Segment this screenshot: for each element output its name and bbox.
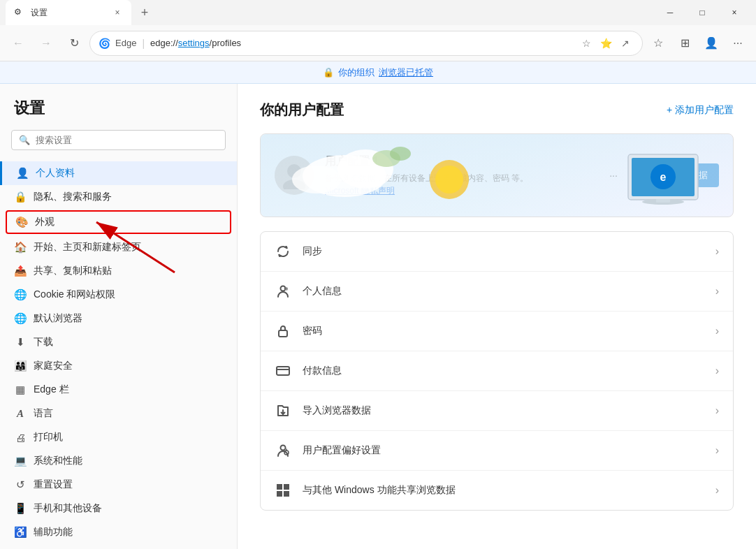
mobile-icon: 📱 (14, 502, 27, 515)
sidebar-item-start[interactable]: 🏠 开始、主页和新建标签页 (0, 235, 237, 259)
svg-point-14 (287, 164, 301, 178)
sidebar-label-profile: 个人资料 (36, 167, 75, 180)
sidebar-label-privacy: 隐私、搜索和服务 (34, 191, 112, 203)
sync-label: 同步 (303, 245, 704, 258)
close-button[interactable]: × (718, 0, 750, 25)
managed-browser-bar: 🔒 你的组织 浏览器已托管 (0, 61, 756, 84)
sidebar-item-reset[interactable]: ↺ 重置设置 (0, 473, 237, 497)
add-profile-button[interactable]: + 添加用户配置 (667, 104, 734, 117)
sidebar-label-family: 家庭安全 (34, 360, 73, 372)
password-chevron: › (715, 325, 719, 337)
default-browser-icon: 🌐 (14, 312, 27, 325)
back-button[interactable]: ← (6, 31, 31, 56)
sidebar-label-edgebar: Edge 栏 (34, 383, 69, 396)
favorite-icon[interactable]: ☆ (578, 35, 595, 52)
sidebar-item-system[interactable]: 💻 系统和性能 (0, 449, 237, 473)
new-tab-button[interactable]: + (134, 2, 155, 23)
maximize-button[interactable]: □ (686, 0, 718, 25)
import-chevron: › (715, 404, 719, 417)
sidebar-item-downloads[interactable]: ⬇ 下载 (0, 330, 237, 354)
collections-button[interactable]: ⊞ (672, 31, 697, 56)
payment-icon (275, 363, 291, 379)
sidebar-label-language: 语言 (34, 407, 53, 420)
address-bar[interactable]: 🌀 Edge | edge://settings/profiles ☆ ⭐ ↗ (89, 31, 643, 56)
sidebar-item-mobile[interactable]: 📱 手机和其他设备 (0, 497, 237, 520)
collection-icon[interactable]: ⭐ (597, 35, 614, 52)
settings-item-personal[interactable]: 个人信息 › (261, 272, 733, 312)
infobar-text: 你的组织 (338, 66, 375, 79)
windows-icon (275, 482, 291, 499)
start-icon: 🏠 (14, 241, 27, 254)
privacy-link[interactable]: Microsoft 隐私声明 (325, 186, 395, 196)
navbar: ← → ↻ 🌀 Edge | edge://settings/profiles … (0, 25, 756, 61)
sidebar-title: 设置 (0, 98, 237, 130)
sidebar-item-privacy[interactable]: 🔒 隐私、搜索和服务 (0, 185, 237, 209)
settings-item-sync[interactable]: 同步 › (261, 232, 733, 272)
search-box[interactable]: 🔍 (11, 130, 226, 150)
sidebar-item-printer[interactable]: 🖨 打印机 (0, 425, 237, 449)
address-url: edge://settings/profiles (150, 38, 241, 48)
refresh-button[interactable]: ↻ (61, 31, 87, 56)
settings-item-prefs[interactable]: 用户配置偏好设置 › (261, 431, 733, 471)
language-icon: A (14, 407, 27, 420)
sidebar-item-appearance[interactable]: 🎨 外观 (6, 210, 231, 234)
personal-info-label: 个人信息 (303, 285, 704, 298)
windows-chevron: › (715, 484, 719, 497)
edge-logo-icon: 🌀 (99, 38, 110, 49)
favorites-button[interactable]: ☆ (646, 31, 671, 56)
search-input[interactable] (36, 135, 218, 145)
sidebar-item-language[interactable]: A 语言 (0, 402, 237, 425)
sync-button[interactable]: 登录以同步数据 (633, 163, 719, 187)
address-separator: | (142, 38, 145, 49)
minimize-button[interactable]: ─ (654, 0, 686, 25)
account-button[interactable]: 👤 (699, 31, 724, 56)
sidebar-label-reset: 重置设置 (34, 478, 73, 491)
toolbar-right: ☆ ⊞ 👤 ··· (646, 31, 750, 56)
profile-card: e 用户配置 1 备份浏览数据，在所有设备上查看收藏内容、密码 (260, 133, 734, 217)
svg-point-12 (642, 199, 684, 205)
windows-label: 与其他 Windows 功能共享浏览数据 (303, 484, 704, 497)
address-bar-actions: ☆ ⭐ ↗ (578, 35, 634, 52)
profile-avatar (275, 156, 314, 195)
more-tools-button[interactable]: ··· (725, 31, 750, 56)
profile-more-button[interactable]: ··· (602, 164, 625, 186)
managed-link[interactable]: 浏览器已托管 (379, 66, 433, 79)
settings-item-password[interactable]: 密码 › (261, 312, 733, 351)
sidebar-label-system: 系统和性能 (34, 455, 82, 467)
sidebar-item-share[interactable]: 📤 共享、复制和粘贴 (0, 259, 237, 283)
sidebar-item-family[interactable]: 👨‍👩‍👧 家庭安全 (0, 354, 237, 378)
sidebar: 设置 🔍 👤 个人资料 🔒 隐私、搜索和服务 🎨 外观 🏠 开始、主页和新建标签… (0, 84, 238, 549)
svg-rect-24 (277, 484, 282, 490)
sidebar-item-about[interactable]: 🌀 关于 Microsoft Edge (0, 544, 237, 549)
import-label: 导入浏览器数据 (303, 404, 704, 417)
main-title: 你的用户配置 (260, 101, 344, 119)
svg-rect-25 (284, 484, 289, 490)
import-icon (275, 402, 291, 419)
sidebar-item-default-browser[interactable]: 🌐 默认浏览器 (0, 307, 237, 330)
tab-close-button[interactable]: × (112, 7, 123, 18)
sidebar-item-edge-bar[interactable]: ▦ Edge 栏 (0, 378, 237, 402)
svg-rect-17 (279, 330, 287, 337)
forward-button[interactable]: → (34, 31, 59, 56)
sidebar-label-default: 默认浏览器 (34, 312, 82, 325)
browser-window: ⚙ 设置 × + ─ □ × ← → ↻ 🌀 Edge | edge://set… (0, 0, 756, 549)
address-brand: Edge (115, 38, 136, 48)
personal-info-icon (275, 283, 291, 300)
settings-item-import[interactable]: 导入浏览器数据 › (261, 391, 733, 431)
sync-chevron: › (715, 245, 719, 258)
settings-item-payment[interactable]: 付款信息 › (261, 351, 733, 391)
profile-info: 用户配置 1 备份浏览数据，在所有设备上查看收藏内容、密码 等。 Microso… (325, 154, 591, 197)
titlebar: ⚙ 设置 × + ─ □ × (0, 0, 756, 25)
content-area: 设置 🔍 👤 个人资料 🔒 隐私、搜索和服务 🎨 外观 🏠 开始、主页和新建标签… (0, 84, 756, 549)
sidebar-item-cookies[interactable]: 🌐 Cookie 和网站权限 (0, 283, 237, 307)
svg-rect-27 (284, 491, 289, 497)
settings-item-windows[interactable]: 与其他 Windows 功能共享浏览数据 › (261, 471, 733, 510)
sidebar-label-accessibility: 辅助功能 (34, 526, 73, 539)
sidebar-item-accessibility[interactable]: ♿ 辅助功能 (0, 520, 237, 544)
share-icon[interactable]: ↗ (617, 35, 634, 52)
sidebar-item-profile[interactable]: 👤 个人资料 (0, 161, 237, 185)
active-tab[interactable]: ⚙ 设置 × (6, 0, 131, 25)
sidebar-label-cookies: Cookie 和网站权限 (34, 288, 115, 301)
profile-actions: ··· 登录以同步数据 (602, 163, 719, 187)
sidebar-label-downloads: 下载 (34, 336, 53, 349)
